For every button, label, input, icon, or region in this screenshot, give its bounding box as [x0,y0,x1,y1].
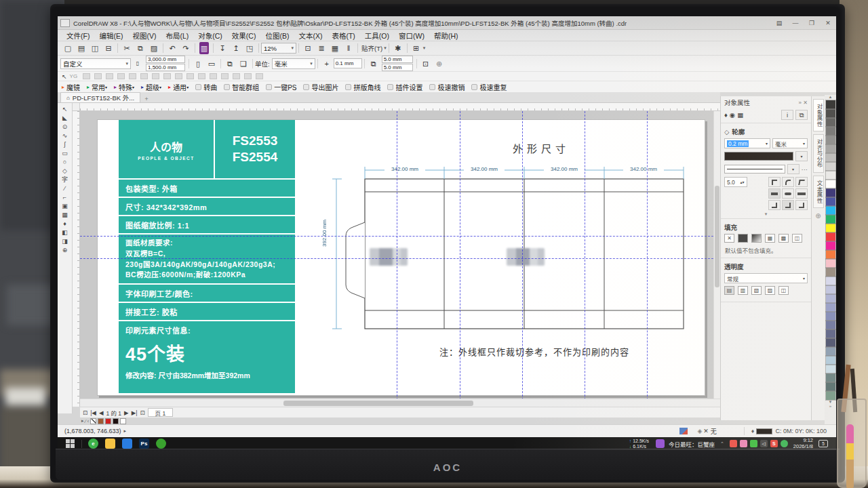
no-color-swatch[interactable] [90,418,96,424]
add-tool-icon[interactable]: ⊕ [62,246,68,255]
shape-tool-icon[interactable]: ◣ [62,114,67,123]
page-preset-combo[interactable]: 自定义▾ [60,58,131,69]
palette-swatch[interactable] [826,171,835,180]
rectangle-tool-icon[interactable]: ▭ [62,149,68,158]
cap-butt-button[interactable] [768,188,781,199]
first-page-icon[interactable]: |◀ [90,409,96,416]
text-tool-icon[interactable]: 字 [62,176,68,184]
clock[interactable]: 9:12 2026/1/8 [793,438,813,449]
cap-square-button[interactable] [795,188,808,199]
new-document-icon[interactable]: ▢ [61,42,75,54]
plugin-magic-mirror[interactable]: ▸魔镜 [62,82,80,92]
plugin-special[interactable]: ▸特殊▾ [114,82,134,92]
import-icon[interactable]: ↧ [216,42,229,54]
open-icon[interactable]: ▤ [75,42,88,54]
new-tab-button[interactable]: + [144,95,149,102]
menu-item-file[interactable]: 文件(F) [62,30,94,41]
menu-item-layout[interactable]: 布局(L) [161,30,193,41]
palette-swatch[interactable] [826,188,835,197]
docker-tab-object-properties[interactable]: 对象属性 [813,99,824,131]
polygon-tool-icon[interactable]: ◇ [62,167,67,176]
copy-icon[interactable]: ⧉ [134,42,147,54]
doc-swatch-white[interactable] [120,418,126,424]
pattern-fill-icon[interactable]: ▦ [765,234,775,243]
bezier-tool-icon[interactable]: ʃ [64,140,66,149]
outline-width-combo[interactable]: 0.2 mm ▾ [724,138,770,148]
palette-swatch[interactable] [826,197,835,206]
doc-swatch-black[interactable] [113,418,119,424]
minimize-button[interactable]: — [787,20,804,26]
add-page-icon-2[interactable]: ⊡ [140,409,144,416]
save-icon[interactable]: ◫ [88,42,102,54]
transparency-tab-icon[interactable]: ▦ [737,111,743,119]
palette-swatch[interactable] [826,268,835,277]
line-style-dropdown[interactable]: ▾ [787,164,800,174]
show-rulers-icon[interactable]: ≣ [315,42,328,54]
palette-swatch[interactable] [826,356,835,365]
palette-swatch[interactable] [826,127,835,136]
menu-item-effects[interactable]: 效果(C) [227,30,261,41]
outline-expand-arrow[interactable]: ▾ [721,211,811,217]
docpal-arrow-icon[interactable]: ▸ [81,418,84,424]
duplicate-x-input[interactable]: 5.0 mm [382,56,413,63]
outline-color-dropdown[interactable]: ▾ [795,151,808,161]
coreldraw-icon[interactable] [156,439,166,449]
restore-button[interactable]: ❐ [804,20,820,26]
plugin-quick-undo[interactable]: 极速撤销 [429,82,465,92]
no-fill-icon[interactable]: ✕ [724,234,734,243]
photoshop-icon[interactable]: Ps [139,439,149,449]
plugin-imposition-marks[interactable]: 拼版角线 [345,82,380,92]
menu-item-view[interactable]: 视图(V) [127,30,161,41]
search-content-icon[interactable]: ▥ [199,42,209,54]
tray-wps-icon[interactable] [781,440,788,447]
line-style-more[interactable]: ··· [802,165,808,173]
menu-item-object[interactable]: 对象(C) [193,30,227,41]
drawing-canvas[interactable]: 人の物 PEOPLE & OBJECT FS2553 FS2554 包装类型: … [80,111,720,407]
menu-item-text[interactable]: 文本(X) [294,30,327,41]
outline-color-bar[interactable] [724,152,793,161]
launcher-icon[interactable]: ⊞ [410,42,423,54]
nudge-input[interactable]: 0.1 mm [334,58,362,68]
guideline-vertical[interactable] [460,111,460,407]
palette-swatch[interactable] [826,259,835,268]
freehand-tool-icon[interactable]: ∿ [62,131,68,140]
horizontal-scrollbar[interactable] [80,399,720,407]
palette-swatch[interactable] [826,232,835,241]
add-docker-icon[interactable]: ⊕ [812,212,825,220]
show-guidelines-icon[interactable]: ‖ [342,42,355,54]
tray-cake-icon[interactable] [740,440,747,447]
pattern-transparency-icon[interactable]: ▨ [765,286,775,295]
palette-swatch[interactable] [826,180,835,188]
portrait-button[interactable]: ▯ [191,58,205,70]
landscape-button[interactable]: ▭ [205,58,218,70]
palette-swatch[interactable] [826,312,835,321]
fullscreen-preview-icon[interactable]: ⊡ [301,42,315,54]
file-explorer-icon[interactable] [105,439,115,449]
zoom-tool-icon[interactable]: ⊙ [62,123,68,131]
units-combo[interactable]: 毫米▾ [272,58,315,69]
cap-round-button[interactable] [782,188,794,199]
doc-swatch-red[interactable] [105,418,111,424]
notification-center-icon[interactable]: 5 [818,440,828,447]
current-page-icon[interactable]: ❏ [237,58,250,70]
docpal-pen-icon[interactable]: ∕ [85,419,86,424]
palette-swatch[interactable] [826,109,835,118]
texture-fill-icon[interactable]: ◫ [792,234,802,243]
speaker-icon[interactable]: ◁ [760,440,768,447]
export-icon[interactable]: ↥ [229,42,243,54]
uniform-fill-icon[interactable] [738,234,748,243]
info-icon[interactable]: i [781,110,793,120]
next-page-icon[interactable]: ▶ [124,409,129,416]
publish-pdf-icon[interactable]: ◳ [243,42,256,54]
options-gear-icon[interactable]: ✱ [391,42,405,54]
show-grid-icon[interactable]: ▦ [328,42,342,54]
palette-swatch[interactable] [826,241,835,250]
plugin-one-key-ps[interactable]: 一键PS [266,82,296,92]
plugin-smart-group[interactable]: 智能群组 [224,82,259,92]
guideline-horizontal[interactable] [80,258,720,259]
palette-swatch[interactable] [826,136,835,144]
last-page-icon[interactable]: ▶| [132,409,138,416]
duplicate-y-input[interactable]: 5.0 mm [382,64,413,71]
snap-to-button[interactable]: 贴齐(T) [360,43,384,53]
page-tab[interactable]: 页 1 [148,408,174,417]
